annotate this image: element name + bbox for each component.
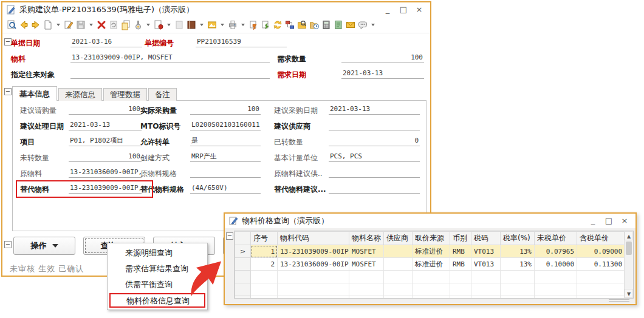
cell-material-name[interactable]: MOSFET [349, 245, 384, 258]
comment-icon[interactable] [357, 19, 368, 30]
plugin-dropdown-caret[interactable] [146, 24, 150, 26]
cell-price-excl-tax[interactable]: 0.10000 [535, 258, 577, 271]
resize-grip[interactable] [609, 299, 629, 302]
column-header[interactable]: 供应商 [384, 232, 413, 245]
popup-collapse-toggle[interactable]: − [226, 232, 233, 240]
tabs-collapse-toggle[interactable]: − [4, 88, 12, 95]
workflow-icon[interactable] [284, 19, 295, 30]
form-value[interactable] [190, 167, 261, 178]
table-row[interactable]: > 1 13-231039009-00IP MOSFET 标准进价 RMB VT… [235, 245, 625, 258]
find-folder-icon[interactable] [296, 19, 307, 30]
new-document-icon[interactable] [43, 19, 53, 30]
form-value[interactable]: PCS, PCS [329, 152, 420, 162]
material-value[interactable]: 13-231039009-00IP, MOSFET [70, 53, 270, 63]
vertical-scrollbar[interactable]: ▲ ▼ [624, 231, 633, 298]
note-icon[interactable] [333, 19, 344, 30]
cell-tax-rate[interactable]: 13% [501, 258, 535, 271]
column-header[interactable]: 税码 [471, 232, 501, 245]
cell-currency[interactable]: RMB [450, 258, 471, 271]
cell-supplier[interactable] [384, 258, 413, 271]
form-value[interactable] [329, 167, 420, 178]
form-value[interactable]: 13-231036009-00IP, [69, 167, 142, 178]
book-icon[interactable] [186, 19, 197, 30]
scroll-down-icon[interactable]: ▼ [625, 289, 633, 298]
form-value[interactable]: 100 [69, 104, 142, 115]
popup-close-button[interactable]: × [617, 215, 632, 227]
tab-basic-info[interactable]: 基本信息 [12, 86, 57, 101]
comment-dropdown-caret[interactable] [371, 24, 375, 26]
form-value[interactable]: 2021-03-13 [69, 120, 142, 130]
print-dropdown-caret[interactable] [241, 24, 245, 26]
save-icon[interactable] [75, 19, 86, 30]
minimize-button[interactable]: _ [380, 4, 396, 16]
tab-source-info[interactable]: 来源信息 [58, 88, 102, 101]
column-header[interactable]: 物料名称 [349, 232, 384, 245]
form-value[interactable]: 0 [329, 136, 420, 146]
view-search-icon[interactable] [6, 19, 17, 30]
column-header[interactable]: 取价来源 [413, 232, 450, 245]
export-dropdown-caret[interactable] [221, 24, 224, 26]
table-row[interactable]: 2 13-231036009-00IP MOSFET 标准进价 RMB VT01… [235, 258, 625, 271]
blank-page-icon[interactable] [174, 19, 185, 30]
book-dropdown-caret[interactable] [200, 24, 204, 26]
column-header[interactable]: 未税单价 [535, 232, 577, 245]
cell-tax-code[interactable]: VT013 [471, 258, 501, 271]
popup-minimize-button[interactable]: _ [585, 215, 601, 227]
save-dropdown-caret[interactable] [89, 24, 93, 26]
copy-icon[interactable] [120, 19, 131, 30]
edit-icon[interactable] [63, 19, 74, 30]
bill-date-value[interactable]: 2021-03-16 [70, 37, 142, 47]
plugin-icon[interactable] [132, 19, 143, 30]
form-value[interactable]: (4A/650V) [190, 183, 261, 194]
cell-seq[interactable]: 2 [251, 258, 278, 271]
cell-tax-code[interactable]: VT013 [471, 245, 501, 258]
demand-date-value[interactable]: 2021-03-13 [341, 69, 424, 79]
audit-dropdown-caret[interactable] [167, 24, 171, 26]
form-value[interactable] [329, 120, 420, 130]
title-bar[interactable]: 采购建议单-PP210316539(玛雅电子)（演示版） _ □ × [2, 2, 430, 17]
export-image-icon[interactable] [207, 19, 218, 30]
form-value[interactable]: 100 [69, 152, 142, 162]
column-header[interactable]: 含税单价 [577, 232, 625, 245]
tab-management-data[interactable]: 管理数据 [103, 88, 147, 101]
popup-maximize-button[interactable]: □ [601, 215, 617, 227]
cell-material-code[interactable]: 13-231039009-00IP [278, 245, 349, 258]
back-icon[interactable] [18, 19, 29, 30]
demand-qty-value[interactable]: 100 [341, 53, 424, 63]
forward-icon[interactable] [30, 19, 41, 30]
cell-price-source[interactable]: 标准进价 [413, 245, 450, 258]
cell-currency[interactable]: RMB [450, 245, 471, 258]
form-value[interactable]: MRP产生 [190, 152, 261, 162]
form-value[interactable]: 是 [190, 136, 261, 146]
history-icon[interactable] [309, 19, 320, 30]
column-header[interactable]: 币别 [450, 232, 471, 245]
push-link-icon[interactable] [248, 19, 259, 30]
cell-supplier[interactable] [384, 245, 413, 258]
cell-price-incl-tax[interactable]: 0.11300 [577, 258, 625, 271]
cell-material-name[interactable]: MOSFET [349, 258, 384, 271]
substitute-material-value[interactable]: 13-231039009-00IP, [69, 183, 142, 194]
column-header[interactable]: 序号 [251, 232, 278, 245]
audit-icon[interactable] [153, 19, 164, 30]
exchange-icon[interactable] [272, 19, 283, 30]
new-dropdown-caret[interactable] [57, 24, 60, 26]
form-value[interactable]: 100 [190, 104, 261, 115]
cell-price-incl-tax[interactable]: 0.09000 [577, 245, 625, 258]
refresh-document-icon[interactable] [108, 19, 119, 30]
form-value[interactable] [329, 183, 420, 194]
pull-link-icon[interactable] [260, 19, 271, 30]
partner-value[interactable] [70, 69, 270, 79]
cell-price-source[interactable]: 标准进价 [413, 258, 450, 271]
mail-icon[interactable] [345, 19, 356, 30]
scrollbar-thumb[interactable] [626, 242, 632, 255]
cell-seq[interactable]: 1 [251, 245, 278, 258]
operation-button[interactable]: 操作 [13, 237, 75, 255]
bill-number-value[interactable]: PP210316539 [196, 37, 287, 47]
calculator-icon[interactable] [321, 19, 332, 30]
print-icon[interactable] [227, 19, 238, 30]
cell-material-code[interactable]: 13-231036009-00IP [278, 258, 349, 271]
delete-icon[interactable] [96, 19, 107, 30]
form-value[interactable]: 2021-03-13 [329, 104, 420, 115]
maximize-button[interactable]: □ [396, 4, 411, 16]
cell-tax-rate[interactable]: 13% [501, 245, 535, 258]
